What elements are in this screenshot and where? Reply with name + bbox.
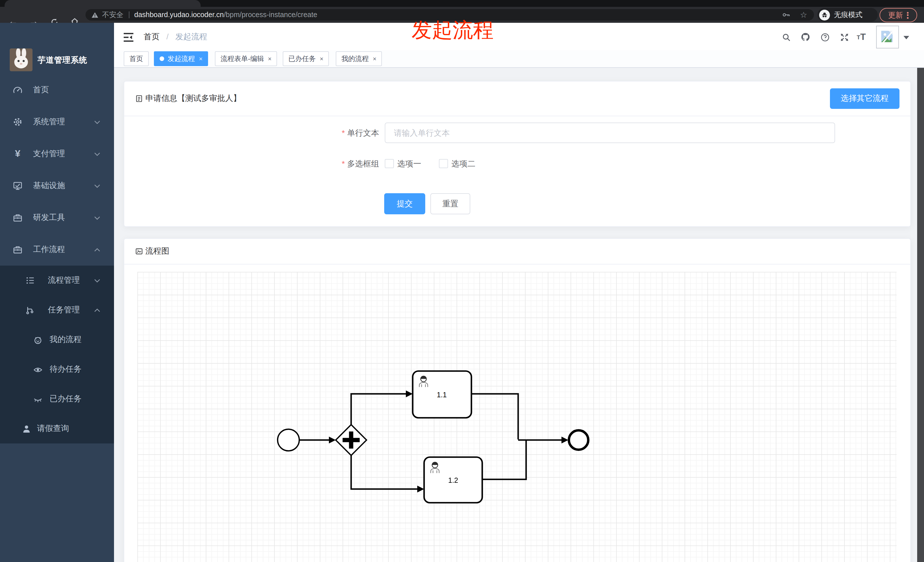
sidebar-item-todo-tasks[interactable]: 待办任务 xyxy=(0,355,114,384)
bpmn-canvas[interactable]: 1.1 1.2 xyxy=(137,272,897,562)
app-logo[interactable]: 芋道管理系统 xyxy=(0,48,114,73)
choose-other-process-button[interactable]: 选择其它流程 xyxy=(830,88,900,109)
tab-home[interactable]: 首页 xyxy=(124,51,149,66)
close-icon[interactable]: × xyxy=(199,55,202,62)
tab-start-process[interactable]: 发起流程 × xyxy=(154,51,208,66)
app-title: 芋道管理系统 xyxy=(38,55,87,66)
browser-menu-icon[interactable] xyxy=(907,11,909,19)
task-label: 1.2 xyxy=(448,476,458,484)
branch-icon xyxy=(25,305,35,315)
github-icon[interactable] xyxy=(799,31,812,43)
checkbox-option-2-label[interactable]: 选项二 xyxy=(452,160,476,168)
end-event[interactable] xyxy=(569,430,588,450)
key-icon[interactable] xyxy=(782,10,791,19)
apply-info-card: 申请信息【测试多审批人】 选择其它流程 *单行文本 *多选框组 选项一 选项二 … xyxy=(124,81,911,227)
breadcrumb-home[interactable]: 首页 xyxy=(144,32,160,41)
active-tab-dot xyxy=(160,57,164,61)
eye-closed-icon xyxy=(33,394,43,404)
user-task-1-1[interactable]: 1.1 xyxy=(413,371,471,418)
sidebar-item-payment[interactable]: ¥ 支付管理 xyxy=(0,138,114,170)
start-event[interactable] xyxy=(278,429,299,451)
sidebar-item-infrastructure[interactable]: 基础设施 xyxy=(0,170,114,202)
eye-icon xyxy=(33,364,43,374)
checkbox-option-2[interactable] xyxy=(439,159,448,168)
person-icon xyxy=(22,424,32,433)
field-label-text: *单行文本 xyxy=(308,123,379,143)
tab-form-edit[interactable]: 流程表单-编辑 × xyxy=(215,51,278,66)
search-icon[interactable] xyxy=(780,31,792,43)
incognito-icon xyxy=(819,9,830,20)
breadcrumb-separator: / xyxy=(166,32,169,41)
logo-avatar xyxy=(10,48,33,71)
close-icon[interactable]: × xyxy=(320,55,324,62)
user-task-1-2[interactable]: 1.2 xyxy=(424,457,482,503)
parallel-gateway[interactable] xyxy=(336,425,366,456)
browser-update-button[interactable]: 更新 xyxy=(879,8,917,22)
document-icon xyxy=(135,94,143,103)
browser-active-tab[interactable] xyxy=(4,0,201,7)
page-scrollbar[interactable] xyxy=(917,23,924,562)
apply-card-title: 申请信息【测试多审批人】 xyxy=(135,93,241,104)
url-domain: dashboard.yudao.iocoder.cn xyxy=(134,11,224,19)
help-icon[interactable] xyxy=(819,31,831,43)
user-avatar[interactable] xyxy=(876,25,899,48)
field-label-checkbox: *多选框组 xyxy=(308,159,379,168)
chevron-up-icon xyxy=(94,308,100,312)
bookmark-star-icon[interactable]: ☆ xyxy=(800,10,807,19)
toolbox-icon xyxy=(12,213,23,223)
warning-icon xyxy=(91,11,99,18)
chevron-down-icon xyxy=(94,216,100,220)
sidebar-item-process-mgmt[interactable]: 流程管理 xyxy=(0,265,114,295)
breadcrumb-current: 发起流程 xyxy=(175,32,207,41)
submit-button[interactable]: 提交 xyxy=(384,193,425,214)
sidebar-item-devtools[interactable]: 研发工具 xyxy=(0,202,114,234)
browser-tab-strip xyxy=(0,0,924,7)
sidebar-item-my-process[interactable]: 我的流程 xyxy=(0,325,114,355)
security-label: 不安全 xyxy=(102,10,123,19)
flow-card-header: 流程图 xyxy=(124,239,910,264)
picture-icon xyxy=(135,247,143,255)
breadcrumb: 首页 / 发起流程 xyxy=(144,32,207,42)
sidebar-item-system[interactable]: 系统管理 xyxy=(0,106,114,138)
yen-icon: ¥ xyxy=(12,148,23,160)
chevron-up-icon xyxy=(94,248,100,252)
font-size-icon[interactable]: TT xyxy=(855,31,868,43)
sidebar-item-done-tasks[interactable]: 已办任务 xyxy=(0,384,114,414)
gear-icon xyxy=(12,117,23,127)
chevron-down-icon xyxy=(94,184,100,188)
sidebar: 芋道管理系统 首页 系统管理 ¥ 支付管理 基础设施 研发工具 xyxy=(0,23,114,562)
url-path: /bpm/process-instance/create xyxy=(224,11,317,19)
avatar-dropdown-caret[interactable] xyxy=(903,36,909,39)
single-line-text-input[interactable] xyxy=(385,123,835,143)
incognito-label: 无痕模式 xyxy=(834,10,862,19)
tags-view-bar: 首页 发起流程 × 流程表单-编辑 × 已办任务 × 我的流程 × xyxy=(114,50,924,68)
task-label: 1.1 xyxy=(437,391,447,399)
sidebar-item-home[interactable]: 首页 xyxy=(0,74,114,106)
chevron-down-icon xyxy=(94,152,100,156)
close-icon[interactable]: × xyxy=(373,55,376,62)
sidebar-collapse-icon[interactable] xyxy=(122,31,135,43)
flow-card-title: 流程图 xyxy=(135,246,169,256)
fullscreen-icon[interactable] xyxy=(838,31,850,43)
sidebar-item-task-mgmt[interactable]: 任务管理 xyxy=(0,295,114,325)
monitor-icon xyxy=(12,181,23,191)
bpmn-diagram: 1.1 1.2 xyxy=(137,272,897,562)
apply-card-header: 申请信息【测试多审批人】 xyxy=(124,81,910,116)
toolbox-icon xyxy=(12,244,23,255)
tab-done-tasks[interactable]: 已办任务 × xyxy=(283,51,329,66)
flow-diagram-card: 流程图 xyxy=(124,238,911,562)
chevron-down-icon xyxy=(94,279,100,283)
incognito-badge: 无痕模式 xyxy=(818,8,878,22)
sidebar-item-workflow[interactable]: 工作流程 xyxy=(0,234,114,265)
tab-my-process[interactable]: 我的流程 × xyxy=(336,51,382,66)
reset-button[interactable]: 重置 xyxy=(430,193,470,214)
checkbox-option-1[interactable] xyxy=(385,159,394,168)
sequence-flow-arrow xyxy=(329,437,336,444)
url-separator xyxy=(129,11,129,18)
dashboard-icon xyxy=(12,85,23,95)
face-icon xyxy=(33,335,43,345)
close-icon[interactable]: × xyxy=(268,55,272,62)
sidebar-item-leave-query[interactable]: 请假查询 xyxy=(0,414,114,444)
checkbox-option-1-label[interactable]: 选项一 xyxy=(397,160,421,168)
broken-image-icon xyxy=(880,30,895,45)
